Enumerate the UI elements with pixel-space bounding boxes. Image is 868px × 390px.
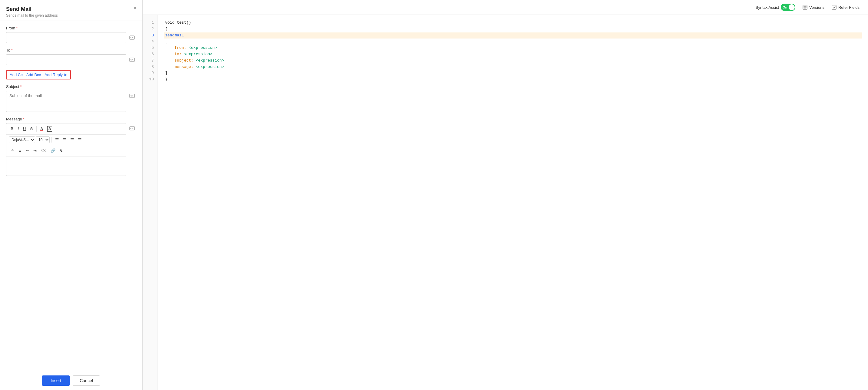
code-token: [ (165, 39, 167, 44)
svg-rect-11 (804, 8, 806, 8)
from-label: From * (6, 26, 136, 30)
panel-footer: Insert Cancel (0, 371, 142, 390)
message-label: Message * (6, 117, 136, 121)
code-token: } (165, 77, 167, 82)
line-number: 9 (143, 70, 157, 77)
syntax-assist-toggle[interactable]: On (781, 4, 795, 11)
toolbar-row-2: DejaVuS... 10 ☰ ☰ ☰ ☰ (6, 135, 126, 145)
line-numbers: 12345678910 (143, 15, 158, 390)
font-size-select[interactable]: 10 (36, 137, 50, 143)
toggle-knob (789, 4, 795, 10)
line-number: 10 (143, 77, 157, 83)
insert-button[interactable]: Insert (42, 375, 70, 386)
editor-body: 12345678910 void test(){sendmail[ from: … (143, 15, 868, 390)
svg-text:<>: <> (130, 127, 133, 130)
message-textarea[interactable] (6, 157, 126, 175)
to-required: * (11, 48, 13, 53)
to-label: To * (6, 48, 136, 53)
expression-icon: <> (129, 35, 135, 40)
send-mail-panel: Send Mail Sends mail to the given addres… (0, 0, 142, 390)
code-line: ] (164, 70, 862, 77)
bold-button[interactable]: B (9, 126, 15, 132)
line-number: 4 (143, 38, 157, 45)
code-token: <expression> (189, 46, 217, 50)
message-input-row: B I U S A A (6, 123, 136, 176)
refer-fields-button[interactable]: Refer Fields (832, 5, 860, 10)
underline-button[interactable]: U (21, 126, 28, 132)
subject-expression-button[interactable]: <> (128, 92, 136, 99)
refer-fields-icon (832, 5, 837, 10)
expression-icon-to: <> (129, 58, 135, 62)
line-number: 2 (143, 26, 157, 32)
message-expression-button[interactable]: <> (128, 125, 136, 132)
code-editor-panel: Syntax Assist On Versions Refer Fields (143, 0, 868, 390)
font-family-select[interactable]: DejaVuS... (9, 137, 35, 143)
expression-icon-subject: <> (129, 94, 135, 98)
align-left-button[interactable]: ☰ (54, 137, 61, 143)
font-color-button[interactable]: A (38, 126, 45, 132)
unlink-button[interactable]: ↯ (58, 147, 65, 154)
from-input-row: <> (6, 32, 136, 43)
from-field-group: From * <> (6, 26, 136, 43)
code-line: from: <expression> (164, 45, 862, 51)
align-justify-button[interactable]: ☰ (76, 137, 83, 143)
to-input[interactable] (6, 54, 126, 65)
message-field-group: Message * B I U S A (6, 117, 136, 176)
indent-less-button[interactable]: ⇤ (24, 147, 31, 154)
bg-color-button[interactable]: A (45, 125, 54, 133)
code-token: { (165, 27, 167, 31)
add-cc-button[interactable]: Add Cc (10, 73, 23, 77)
from-expression-button[interactable]: <> (128, 34, 136, 41)
syntax-assist-label: Syntax Assist (756, 5, 779, 10)
indent-more-button[interactable]: ⇥ (31, 147, 38, 154)
toolbar-separator-2 (52, 137, 52, 142)
add-bcc-button[interactable]: Add Bcc (26, 73, 41, 77)
from-input[interactable] (6, 32, 126, 43)
code-line: subject: <expression> (164, 58, 862, 64)
cancel-button[interactable]: Cancel (73, 375, 100, 386)
code-content[interactable]: void test(){sendmail[ from: <expression>… (158, 15, 868, 390)
syntax-assist-container: Syntax Assist On (756, 4, 795, 11)
italic-button[interactable]: I (16, 126, 21, 132)
to-input-row: <> (6, 54, 136, 65)
align-right-button[interactable]: ☰ (69, 137, 76, 143)
align-center-button[interactable]: ☰ (61, 137, 68, 143)
clear-format-button[interactable]: ⌫ (39, 147, 48, 154)
code-token: from: (165, 46, 189, 50)
versions-icon (803, 5, 807, 10)
ordered-list-button[interactable]: ≐ (9, 147, 17, 155)
code-line: } (164, 77, 862, 83)
strikethrough-button[interactable]: S (28, 126, 34, 132)
code-token: void test() (165, 20, 191, 25)
toolbar-separator-1 (36, 126, 37, 132)
add-reply-to-button[interactable]: Add Reply-to (44, 73, 67, 77)
close-button[interactable]: × (133, 5, 136, 11)
subject-required: * (20, 84, 22, 89)
line-number: 6 (143, 51, 157, 58)
expression-icon-message: <> (129, 126, 135, 131)
versions-button[interactable]: Versions (803, 5, 825, 10)
from-required: * (16, 26, 18, 30)
code-token: <expression> (196, 58, 224, 63)
message-editor: B I U S A A (6, 123, 126, 176)
unordered-list-button[interactable]: ≡ (17, 147, 23, 155)
font-color-letter: A (40, 127, 43, 131)
to-field-group: To * <> (6, 48, 136, 65)
subject-input[interactable] (6, 91, 126, 112)
code-token: subject: (165, 58, 196, 63)
subject-label: Subject * (6, 84, 136, 89)
link-button[interactable]: 🔗 (49, 147, 57, 154)
svg-text:<>: <> (130, 94, 133, 98)
toolbar-row-3: ≐ ≡ ⇤ ⇥ ⌫ 🔗 ↯ (6, 145, 126, 157)
to-expression-button[interactable]: <> (128, 56, 136, 63)
panel-header: Send Mail Sends mail to the given addres… (0, 0, 142, 21)
line-number: 5 (143, 45, 157, 51)
code-line: void test() (164, 20, 862, 26)
line-number: 3 (143, 32, 157, 39)
line-number: 8 (143, 64, 157, 71)
code-line: to: <expression> (164, 51, 862, 58)
svg-rect-9 (804, 6, 807, 7)
toolbar-row-1: B I U S A A (6, 123, 126, 135)
code-token: <expression> (196, 64, 224, 69)
svg-text:<>: <> (130, 36, 133, 39)
